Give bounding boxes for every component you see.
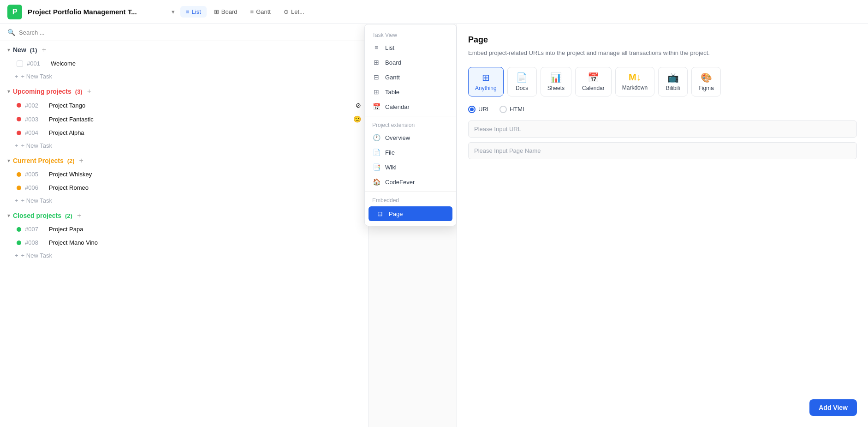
file-icon: 📄 (372, 149, 380, 156)
title-chevron-icon[interactable]: ▾ (172, 8, 175, 15)
calendar-icon: 📅 (372, 103, 380, 110)
section-new-header[interactable]: ▾ New (1) + (0, 41, 369, 57)
radio-html[interactable]: HTML (499, 106, 526, 113)
task-priority-dot (17, 186, 21, 190)
section-closed-header[interactable]: ▾ Closed projects (2) + (0, 207, 369, 223)
ext-section-label: Project extension (365, 118, 456, 130)
nav-board-button[interactable]: ⊞ Board (208, 6, 243, 18)
table-row[interactable]: #007 Project Papa (0, 223, 369, 236)
nav-let-label: Let... (291, 8, 304, 15)
task-name: Project Tango (49, 102, 352, 109)
embed-docs-label: Docs (516, 85, 528, 91)
section-new-title: New (13, 46, 26, 54)
page-name-input[interactable] (468, 142, 857, 159)
task-number: #007 (25, 226, 45, 233)
panel-list-label: List (385, 44, 394, 51)
panel-item-wiki[interactable]: 📑 Wiki (365, 160, 456, 174)
embed-btn-markdown[interactable]: M↓ Markdown (615, 67, 654, 96)
task-number: #003 (25, 116, 45, 123)
nav-let-button[interactable]: ⊙ Let... (278, 6, 310, 18)
panel-item-board[interactable]: ⊞ Board (365, 55, 456, 70)
add-task-current-button[interactable]: + + New Task (0, 194, 369, 207)
toggle-upcoming-icon[interactable]: ▾ (7, 88, 10, 95)
section-current-add-icon[interactable]: + (79, 156, 83, 165)
section-closed-count: (2) (65, 212, 72, 219)
panel-item-codefever[interactable]: 🏠 CodeFever (365, 174, 456, 189)
clock-icon: 🕐 (372, 134, 380, 141)
embed-btn-calendar[interactable]: 📅 Calendar (575, 67, 612, 96)
section-upcoming-header[interactable]: ▾ Upcoming projects (3) + (0, 83, 369, 98)
section-upcoming-count: (3) (75, 88, 83, 95)
task-view-section-label: Task View (365, 28, 456, 40)
section-upcoming-add-icon[interactable]: + (87, 87, 91, 96)
panel-item-overview[interactable]: 🕐 Overview (365, 130, 456, 145)
toggle-current-icon[interactable]: ▾ (7, 157, 10, 164)
panel-item-gantt[interactable]: ⊟ Gantt (365, 70, 456, 84)
nav-gantt-label: Gantt (256, 8, 271, 15)
toggle-closed-icon[interactable]: ▾ (7, 212, 10, 219)
task-view-panel: Task View ≡ List ⊞ Board ⊟ Gantt ⊞ Table… (364, 24, 457, 226)
panel-item-list[interactable]: ≡ List (365, 40, 456, 55)
panel-item-page[interactable]: ⊟ Page (369, 206, 452, 221)
table-row[interactable]: #003 Project Fantastic 🙂 (0, 112, 369, 126)
list-icon: ≡ (372, 44, 380, 51)
radio-html-circle (499, 106, 507, 113)
panel-item-file[interactable]: 📄 File (365, 145, 456, 160)
section-closed: ▾ Closed projects (2) + #007 Project Pap… (0, 207, 369, 262)
add-view-button[interactable]: Add View (809, 399, 857, 416)
board-icon: ⊞ (372, 59, 380, 66)
add-task-upcoming-button[interactable]: + + New Task (0, 139, 369, 152)
task-name: Project Romeo (49, 184, 361, 191)
panel-wiki-label: Wiki (385, 164, 397, 171)
panel-item-table[interactable]: ⊞ Table (365, 84, 456, 99)
section-new-add-icon[interactable]: + (42, 46, 46, 54)
plus-icon: + (15, 252, 18, 259)
new-task-label: + New Task (21, 142, 52, 149)
new-task-label: + New Task (21, 252, 52, 259)
task-priority-dot (17, 131, 21, 135)
embed-btn-bilibili[interactable]: 📺 Bilibili (658, 67, 688, 96)
embed-sheets-label: Sheets (547, 85, 565, 91)
radio-url-dot (470, 108, 474, 111)
toggle-new-icon[interactable]: ▾ (7, 47, 10, 53)
radio-url[interactable]: URL (468, 106, 490, 113)
embed-btn-anything[interactable]: ⊞ Anything (468, 67, 504, 96)
let-nav-icon: ⊙ (284, 8, 289, 15)
task-priority-dot (17, 172, 21, 177)
add-task-new-button[interactable]: + + New Task (0, 70, 369, 83)
app-header: P Project Portfolio Management T... ▾ ≡ … (0, 0, 868, 24)
task-number: #008 (25, 239, 45, 246)
section-closed-add-icon[interactable]: + (77, 211, 81, 220)
table-row[interactable]: #001 Welcome (0, 57, 369, 70)
embed-btn-figma[interactable]: 🎨 Figma (691, 67, 721, 96)
panel-page-label: Page (389, 210, 403, 217)
table-row[interactable]: #006 Project Romeo (0, 181, 369, 194)
task-name: Project Alpha (49, 129, 361, 136)
panel-divider (365, 116, 456, 116)
gantt-nav-icon: ≡ (250, 8, 254, 15)
section-current-header[interactable]: ▾ Current Projects (2) + (0, 152, 369, 168)
page-detail-title: Page (468, 35, 857, 45)
bilibili-icon: 📺 (667, 72, 679, 83)
task-number: #001 (27, 60, 47, 67)
task-number: #006 (25, 184, 45, 191)
table-row[interactable]: #002 Project Tango ⊘ (0, 98, 369, 112)
add-task-closed-button[interactable]: + + New Task (0, 249, 369, 262)
panel-overview-label: Overview (385, 134, 410, 141)
embed-btn-docs[interactable]: 📄 Docs (507, 67, 537, 96)
plus-icon: + (15, 197, 18, 204)
nav-gantt-button[interactable]: ≡ Gantt (245, 6, 276, 18)
task-number: #005 (25, 171, 45, 178)
task-checkbox[interactable] (17, 60, 23, 67)
nav-list-button[interactable]: ≡ List (180, 6, 207, 18)
task-name: Project Mano Vino (49, 239, 361, 246)
table-row[interactable]: #008 Project Mano Vino (0, 236, 369, 249)
embed-btn-sheets[interactable]: 📊 Sheets (541, 67, 571, 96)
panel-item-calendar[interactable]: 📅 Calendar (365, 99, 456, 114)
panel-divider-2 (365, 191, 456, 192)
table-row[interactable]: #004 Project Alpha (0, 126, 369, 139)
table-icon: ⊞ (372, 88, 380, 96)
table-row[interactable]: #005 Project Whiskey (0, 168, 369, 181)
url-input[interactable] (468, 120, 857, 138)
search-input[interactable] (19, 29, 361, 36)
